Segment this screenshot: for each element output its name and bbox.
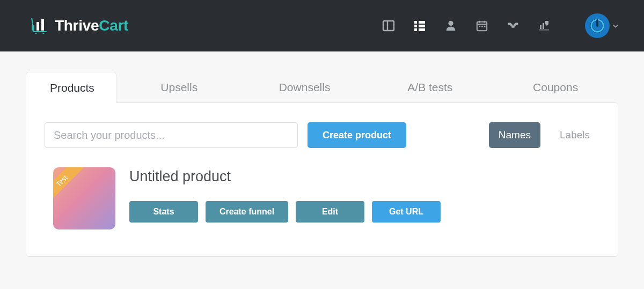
svg-point-4 <box>42 33 44 34</box>
dashboard-icon[interactable] <box>382 19 395 32</box>
cart-bars-icon <box>30 18 49 34</box>
svg-rect-23 <box>543 23 544 29</box>
svg-rect-22 <box>540 25 541 29</box>
tab-downsells[interactable]: Downsells <box>242 72 368 103</box>
search-input[interactable] <box>45 122 298 148</box>
products-toolbar: Create product Names Labels <box>45 122 599 148</box>
svg-rect-1 <box>36 22 39 31</box>
user-menu[interactable] <box>585 13 618 38</box>
app-header: ThriveCart <box>0 0 644 51</box>
calendar-icon[interactable] <box>475 19 488 32</box>
svg-rect-12 <box>419 28 425 31</box>
user-icon[interactable] <box>444 19 457 32</box>
handshake-icon[interactable] <box>507 19 519 32</box>
svg-rect-18 <box>479 26 481 27</box>
view-toggle: Names Labels <box>489 122 599 148</box>
product-actions: Stats Create funnel Edit Get URL <box>129 201 599 223</box>
product-info: Untitled product Stats Create funnel Edi… <box>129 167 599 223</box>
svg-rect-5 <box>383 21 394 31</box>
svg-rect-2 <box>41 19 44 31</box>
brand-logo[interactable]: ThriveCart <box>30 17 128 34</box>
stats-button[interactable]: Stats <box>129 201 198 223</box>
main-content: Products Upsells Downsells A/B tests Cou… <box>0 51 644 257</box>
svg-rect-20 <box>484 26 486 27</box>
header-nav <box>382 13 618 38</box>
avatar <box>585 13 610 38</box>
svg-rect-10 <box>419 25 425 27</box>
svg-rect-8 <box>419 21 425 24</box>
test-ribbon: Test <box>53 167 84 203</box>
svg-rect-21 <box>511 26 515 28</box>
create-product-button[interactable]: Create product <box>308 122 406 148</box>
view-labels-button[interactable]: Labels <box>550 122 599 148</box>
tab-coupons[interactable]: Coupons <box>493 72 618 103</box>
svg-point-3 <box>35 33 36 34</box>
edit-report-icon[interactable] <box>538 19 551 32</box>
view-names-button[interactable]: Names <box>489 122 540 148</box>
chevron-down-icon <box>613 21 618 31</box>
edit-button[interactable]: Edit <box>296 201 364 223</box>
create-funnel-button[interactable]: Create funnel <box>206 201 288 223</box>
product-thumbnail[interactable]: Test <box>53 167 115 229</box>
power-icon <box>589 18 605 34</box>
svg-rect-19 <box>481 26 483 27</box>
svg-rect-11 <box>414 28 417 31</box>
get-url-button[interactable]: Get URL <box>372 201 441 223</box>
svg-point-13 <box>448 21 453 26</box>
brand-name: ThriveCart <box>55 17 128 34</box>
tab-bar: Products Upsells Downsells A/B tests Cou… <box>26 72 618 103</box>
svg-rect-7 <box>414 21 417 24</box>
tab-upsells[interactable]: Upsells <box>116 72 242 103</box>
svg-rect-9 <box>414 25 417 27</box>
tab-abtests[interactable]: A/B tests <box>367 72 493 103</box>
products-panel: Create product Names Labels Test Untitle… <box>26 102 618 257</box>
tab-products[interactable]: Products <box>26 72 116 103</box>
list-icon[interactable] <box>413 19 426 32</box>
product-row: Test Untitled product Stats Create funne… <box>45 167 599 229</box>
product-title: Untitled product <box>129 168 599 185</box>
